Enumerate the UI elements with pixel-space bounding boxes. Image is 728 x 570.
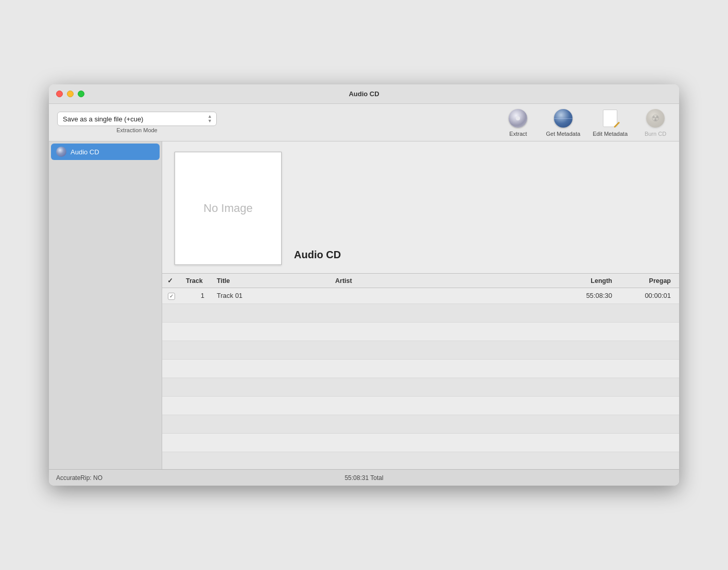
toolbar-buttons: Extract Get Metadata Edit Metadata bbox=[502, 108, 671, 137]
track-length: 55:08:30 bbox=[556, 288, 617, 304]
edit-metadata-button[interactable]: Edit Metadata bbox=[593, 108, 628, 137]
track-title: Track 01 bbox=[212, 288, 330, 304]
table-row-empty bbox=[162, 341, 679, 359]
table-row-empty bbox=[162, 433, 679, 452]
total-duration: 55:08:31 Total bbox=[344, 474, 383, 482]
sidebar-item-audio-cd[interactable]: Audio CD bbox=[51, 144, 160, 160]
tracks-table-header: ✓ Track Title Artist Length Pregap bbox=[162, 274, 679, 288]
track-number: 1 bbox=[181, 288, 212, 304]
tracks-table: ✓ Track Title Artist Length Pregap ✓ 1 T… bbox=[162, 273, 679, 469]
extraction-mode-label: Extraction Mode bbox=[116, 127, 157, 133]
minimize-button[interactable] bbox=[67, 91, 74, 97]
content-area: Audio CD No Image Audio CD ✓ bbox=[49, 141, 679, 469]
track-artist bbox=[330, 288, 556, 304]
toolbar: Save as a single file (+cue) ▲ ▼ Extract… bbox=[49, 104, 679, 141]
tracks-section: ✓ Track Title Artist Length Pregap ✓ 1 T… bbox=[162, 273, 679, 469]
edit-metadata-label: Edit Metadata bbox=[593, 131, 628, 137]
table-row-empty bbox=[162, 452, 679, 469]
col-header-title[interactable]: Title bbox=[212, 274, 330, 288]
col-header-pregap[interactable]: Pregap bbox=[617, 274, 679, 288]
col-header-track[interactable]: Track bbox=[181, 274, 212, 288]
table-row-empty bbox=[162, 415, 679, 433]
status-bar: AccurateRip: NO 55:08:31 Total bbox=[49, 469, 679, 486]
album-art: No Image bbox=[175, 152, 282, 265]
title-bar: Audio CD bbox=[49, 84, 679, 104]
no-image-text: No Image bbox=[203, 202, 252, 215]
sidebar-item-label: Audio CD bbox=[71, 148, 99, 156]
sidebar-disc-icon bbox=[56, 147, 66, 157]
select-arrows-icon: ▲ ▼ bbox=[207, 114, 212, 123]
table-row-empty bbox=[162, 396, 679, 415]
track-pregap: 00:00:01 bbox=[617, 288, 679, 304]
accurate-rip-status: AccurateRip: NO bbox=[56, 474, 102, 482]
table-row-empty bbox=[162, 304, 679, 322]
table-row-empty bbox=[162, 359, 679, 378]
checkbox-icon: ✓ bbox=[168, 293, 175, 300]
extract-icon bbox=[508, 108, 528, 129]
table-row-empty bbox=[162, 322, 679, 341]
table-row[interactable]: ✓ 1 Track 01 55:08:30 00:00:01 bbox=[162, 288, 679, 304]
window-title: Audio CD bbox=[349, 90, 379, 98]
album-section: No Image Audio CD bbox=[162, 141, 679, 273]
get-metadata-button[interactable]: Get Metadata bbox=[546, 108, 580, 137]
col-header-artist[interactable]: Artist bbox=[330, 274, 556, 288]
col-header-length[interactable]: Length bbox=[556, 274, 617, 288]
col-header-check[interactable]: ✓ bbox=[162, 274, 181, 288]
extraction-mode-select[interactable]: Save as a single file (+cue) ▲ ▼ bbox=[57, 112, 217, 126]
close-button[interactable] bbox=[56, 91, 63, 97]
main-panel: No Image Audio CD ✓ Track Title Artist bbox=[162, 141, 679, 469]
burn-cd-label: Burn CD bbox=[645, 131, 666, 137]
extract-label: Extract bbox=[509, 131, 527, 137]
get-metadata-icon bbox=[553, 108, 574, 129]
track-checkbox[interactable]: ✓ bbox=[162, 288, 181, 304]
edit-metadata-icon bbox=[600, 108, 620, 129]
burn-cd-button[interactable]: Burn CD bbox=[640, 108, 671, 137]
table-row-empty bbox=[162, 378, 679, 396]
sidebar: Audio CD bbox=[49, 141, 162, 469]
extraction-mode-value: Save as a single file (+cue) bbox=[63, 115, 143, 123]
album-title: Audio CD bbox=[294, 249, 341, 261]
extract-button[interactable]: Extract bbox=[502, 108, 533, 137]
get-metadata-label: Get Metadata bbox=[546, 131, 580, 137]
maximize-button[interactable] bbox=[78, 91, 84, 97]
burn-cd-icon bbox=[645, 108, 666, 129]
traffic-lights bbox=[56, 91, 84, 97]
